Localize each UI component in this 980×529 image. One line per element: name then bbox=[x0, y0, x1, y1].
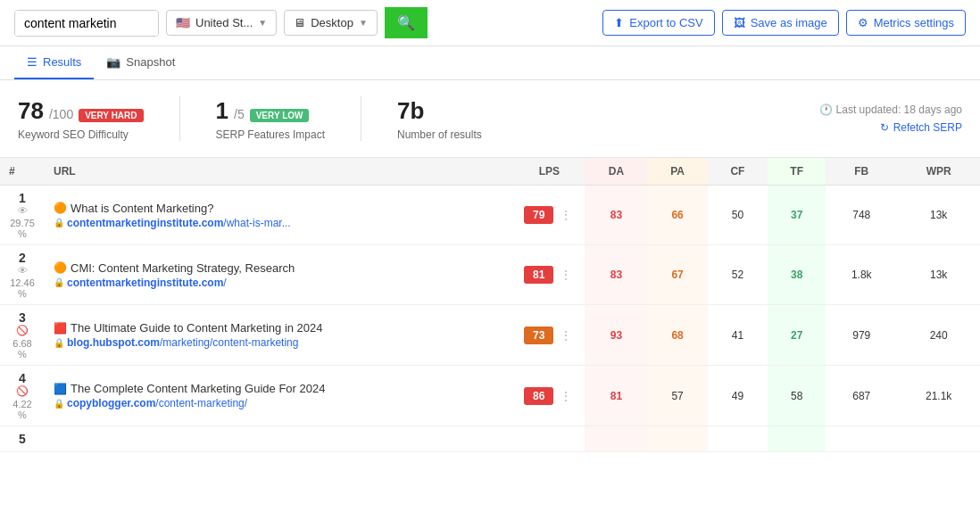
url-title: 🟠 What is Content Marketing? bbox=[54, 202, 504, 215]
wpr-value: 13k bbox=[930, 269, 947, 281]
metrics-settings-button[interactable]: ⚙ Metrics settings bbox=[846, 10, 966, 36]
num-results-value: 7b bbox=[397, 97, 424, 125]
refresh-icon: ↻ bbox=[880, 121, 889, 134]
search-input[interactable] bbox=[15, 11, 158, 36]
seo-difficulty-label: Keyword SEO Difficulty bbox=[18, 128, 144, 141]
fb-cell: 979 bbox=[826, 305, 897, 366]
eye-icon: 👁 bbox=[9, 205, 36, 216]
lps-cell bbox=[513, 426, 585, 452]
header: 🇺🇸 United St... ▼ 🖥 Desktop ▼ 🔍 ⬆ Export… bbox=[0, 0, 980, 46]
country-select[interactable]: 🇺🇸 United St... ▼ bbox=[166, 10, 277, 36]
tab-snapshot[interactable]: 📷 Snapshot bbox=[94, 46, 187, 79]
rank-cell: 5 bbox=[0, 426, 45, 452]
url-cell: 🟦 The Complete Content Marketing Guide F… bbox=[45, 366, 513, 426]
export-csv-button[interactable]: ⬆ Export to CSV bbox=[602, 10, 714, 36]
lock-icon: 🔒 bbox=[54, 277, 64, 287]
fb-value: 979 bbox=[852, 329, 870, 342]
rank-cell: 2 👁 12.46 % bbox=[0, 245, 45, 305]
page-title: The Complete Content Marketing Guide For… bbox=[71, 382, 325, 395]
url-title: 🟠 CMI: Content Marketing Strategy, Resea… bbox=[54, 261, 504, 275]
serp-features-value: 1 bbox=[216, 97, 228, 125]
lock-icon: 🔒 bbox=[54, 399, 64, 409]
lps-cell: 81 ⋮ bbox=[513, 245, 585, 305]
device-select[interactable]: 🖥 Desktop ▼ bbox=[284, 10, 378, 36]
col-rank: # bbox=[0, 158, 45, 186]
save-image-label: Save as image bbox=[751, 16, 827, 29]
lps-cell: 73 ⋮ bbox=[513, 305, 585, 366]
url-anchor[interactable]: blog.hubspot.com/marketing/content-marke… bbox=[67, 336, 298, 349]
tf-value: 37 bbox=[791, 209, 802, 221]
num-results-metric: 7b Number of results bbox=[397, 97, 482, 141]
fb-value: 1.8k bbox=[851, 269, 872, 281]
device-icon: 🖥 bbox=[294, 16, 305, 29]
url-link[interactable]: 🔒 contentmarketinginstitute.com/ bbox=[54, 277, 504, 289]
da-cell: 81 bbox=[585, 366, 647, 426]
cf-cell bbox=[708, 426, 768, 452]
country-label: United St... bbox=[195, 16, 253, 29]
da-value: 83 bbox=[610, 209, 622, 221]
tab-results[interactable]: ☰ Results bbox=[14, 46, 94, 79]
wpr-cell: 240 bbox=[897, 305, 980, 366]
url-link[interactable]: 🔒 copyblogger.com/content-marketing/ bbox=[54, 397, 504, 409]
da-value: 93 bbox=[610, 329, 622, 342]
results-table-wrap: # URL LPS DA PA CF TF FB WPR 1 👁 29.75 %… bbox=[0, 158, 980, 452]
refetch-button[interactable]: ↻ Refetch SERP bbox=[880, 121, 962, 134]
meta-right: 🕐 Last updated: 18 days ago ↻ Refetch SE… bbox=[819, 103, 962, 134]
cf-value: 49 bbox=[732, 390, 743, 402]
metrics-settings-label: Metrics settings bbox=[874, 16, 954, 29]
da-cell: 93 bbox=[585, 305, 647, 366]
more-options-icon[interactable]: ⋮ bbox=[557, 390, 575, 402]
url-anchor[interactable]: contentmarketinginstitute.com/what-is-ma… bbox=[67, 217, 291, 229]
url-title: 🟥 The Ultimate Guide to Content Marketin… bbox=[54, 321, 504, 335]
wpr-cell bbox=[897, 426, 980, 452]
tf-cell bbox=[768, 426, 826, 452]
url-link[interactable]: 🔒 contentmarketinginstitute.com/what-is-… bbox=[54, 217, 504, 229]
lps-badge: 81 bbox=[524, 266, 553, 284]
pa-cell: 67 bbox=[647, 245, 707, 305]
export-csv-label: Export to CSV bbox=[629, 16, 702, 29]
cf-value: 52 bbox=[732, 269, 743, 281]
url-anchor[interactable]: copyblogger.com/content-marketing/ bbox=[67, 397, 247, 409]
more-options-icon[interactable]: ⋮ bbox=[557, 209, 575, 221]
rank-number: 4 bbox=[9, 371, 36, 385]
table-row: 3 🚫 6.68 % 🟥 The Ultimate Guide to Conte… bbox=[0, 305, 980, 366]
clock-icon: 🕐 bbox=[819, 103, 833, 116]
wpr-value: 240 bbox=[930, 329, 948, 342]
col-lps: LPS bbox=[513, 158, 585, 186]
url-cell bbox=[45, 426, 513, 452]
refetch-label: Refetch SERP bbox=[893, 121, 962, 134]
cf-cell: 50 bbox=[708, 186, 768, 245]
wpr-value: 13k bbox=[930, 209, 947, 221]
url-link[interactable]: 🔒 blog.hubspot.com/marketing/content-mar… bbox=[54, 336, 504, 349]
num-results-label: Number of results bbox=[397, 128, 482, 141]
seo-difficulty-max: /100 bbox=[49, 107, 73, 121]
save-image-button[interactable]: 🖼 Save as image bbox=[722, 10, 839, 36]
seo-difficulty-value: 78 bbox=[18, 97, 44, 125]
search-button[interactable]: 🔍 bbox=[385, 7, 428, 38]
lps-badge: 86 bbox=[524, 387, 553, 405]
lock-icon: 🔒 bbox=[54, 218, 64, 227]
rank-cell: 3 🚫 6.68 % bbox=[0, 305, 45, 366]
lps-badge: 73 bbox=[524, 326, 553, 344]
rank-views: 12.46 % bbox=[9, 277, 36, 299]
more-options-icon[interactable]: ⋮ bbox=[557, 329, 575, 342]
metric-divider-2 bbox=[361, 96, 361, 141]
pa-cell: 68 bbox=[647, 305, 707, 366]
da-cell bbox=[585, 426, 647, 452]
serp-features-label: SERP Features Impact bbox=[216, 128, 326, 141]
rank-number: 2 bbox=[9, 251, 36, 265]
tabs: ☰ Results 📷 Snapshot bbox=[0, 46, 980, 80]
col-tf: TF bbox=[768, 158, 826, 186]
pa-value: 57 bbox=[671, 390, 683, 402]
snapshot-tab-icon: 📷 bbox=[106, 55, 120, 69]
url-anchor[interactable]: contentmarketinginstitute.com/ bbox=[67, 277, 227, 289]
rank-cell: 4 🚫 4.22 % bbox=[0, 366, 45, 426]
page-title: CMI: Content Marketing Strategy, Researc… bbox=[71, 261, 295, 275]
chevron-down-icon: ▼ bbox=[258, 18, 267, 28]
seo-difficulty-badge: VERY HARD bbox=[79, 109, 143, 122]
snapshot-tab-label: Snapshot bbox=[126, 55, 175, 69]
page-title: The Ultimate Guide to Content Marketing … bbox=[71, 321, 323, 335]
more-options-icon[interactable]: ⋮ bbox=[557, 269, 575, 281]
favicon-icon: 🟥 bbox=[54, 322, 67, 335]
fb-cell: 748 bbox=[826, 186, 897, 245]
